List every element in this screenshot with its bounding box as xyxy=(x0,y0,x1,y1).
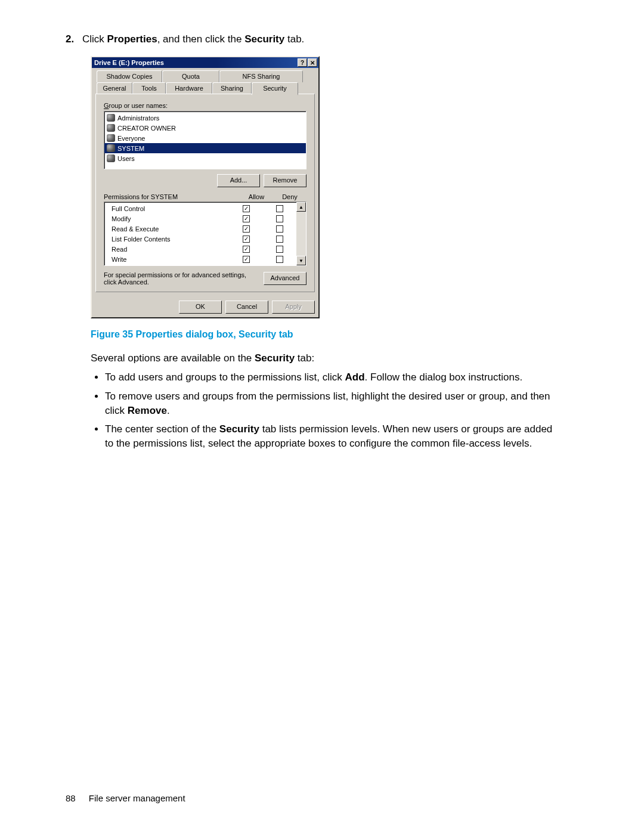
tab-tools[interactable]: Tools xyxy=(132,82,166,94)
step-number: 2. xyxy=(66,33,82,45)
tab-hardware[interactable]: Hardware xyxy=(166,82,212,94)
scroll-down-icon[interactable]: ▼ xyxy=(296,256,306,265)
ok-button[interactable]: OK xyxy=(179,301,222,314)
perm-row: Write✓ xyxy=(112,254,296,264)
list-item: To add users and groups to the permissio… xyxy=(105,370,558,385)
remove-button[interactable]: Remove xyxy=(264,174,306,187)
allow-checkbox[interactable]: ✓ xyxy=(243,246,250,253)
security-panel: GGroup or user names:roup or user names:… xyxy=(95,94,315,292)
perm-row: Read✓ xyxy=(112,244,296,254)
list-item: Users xyxy=(104,153,306,163)
properties-dialog: Drive E (E:) Properties ? ✕ Shadow Copie… xyxy=(91,56,320,318)
allow-checkbox[interactable]: ✓ xyxy=(243,215,250,222)
help-icon[interactable]: ? xyxy=(298,58,307,67)
permissions-box: Full Control✓ Modify✓ Read & Execute✓ Li… xyxy=(104,202,306,266)
deny-header: Deny xyxy=(273,193,306,200)
titlebar: Drive E (E:) Properties ? ✕ xyxy=(92,57,318,68)
allow-header: Allow xyxy=(240,193,273,200)
allow-checkbox[interactable]: ✓ xyxy=(243,205,250,212)
allow-checkbox[interactable]: ✓ xyxy=(243,236,250,243)
list-item: To remove users and groups from the perm… xyxy=(105,389,558,418)
deny-checkbox[interactable] xyxy=(276,236,283,243)
tab-general[interactable]: General xyxy=(97,82,132,94)
group-icon xyxy=(107,134,115,142)
tab-shadow-copies[interactable]: Shadow Copies xyxy=(97,70,162,82)
window-title: Drive E (E:) Properties xyxy=(94,59,164,66)
group-icon xyxy=(107,154,115,162)
group-icon xyxy=(107,144,115,152)
perm-row: Full Control✓ xyxy=(112,203,296,213)
bullet-list: To add users and groups to the permissio… xyxy=(91,370,578,451)
section-title: File server management xyxy=(89,793,185,803)
perm-row: List Folder Contents✓ xyxy=(112,234,296,244)
page-footer: 88 File server management xyxy=(66,793,185,803)
intro-paragraph: Several options are available on the Sec… xyxy=(91,352,578,366)
dialog-screenshot: Drive E (E:) Properties ? ✕ Shadow Copie… xyxy=(91,56,578,318)
group-listbox[interactable]: Administrators CREATOR OWNER Everyone SY… xyxy=(104,111,306,169)
perm-row: Modify✓ xyxy=(112,213,296,224)
group-icon xyxy=(107,124,115,132)
group-names-label: GGroup or user names:roup or user names: xyxy=(104,102,306,109)
step-line: 2. Click Properties, and then click the … xyxy=(66,33,578,45)
list-item: CREATOR OWNER xyxy=(104,123,306,133)
apply-button[interactable]: Apply xyxy=(272,301,315,314)
advanced-button[interactable]: Advanced xyxy=(264,272,306,285)
list-item: Administrators xyxy=(104,113,306,123)
list-item: Everyone xyxy=(104,133,306,143)
list-item: The center section of the Security tab l… xyxy=(105,422,558,451)
scrollbar[interactable]: ▲ ▼ xyxy=(296,202,306,265)
deny-checkbox[interactable] xyxy=(276,246,283,253)
allow-checkbox[interactable]: ✓ xyxy=(243,256,250,263)
deny-checkbox[interactable] xyxy=(276,215,283,222)
advanced-text: For special permissions or for advanced … xyxy=(104,271,259,286)
list-item-selected: SYSTEM xyxy=(104,143,306,153)
allow-checkbox[interactable]: ✓ xyxy=(243,225,250,233)
cancel-button[interactable]: Cancel xyxy=(225,301,268,314)
tab-nfs-sharing[interactable]: NFS Sharing xyxy=(219,70,303,82)
add-button[interactable]: Add... xyxy=(217,174,260,187)
step-text: Click Properties, and then click the Sec… xyxy=(82,33,304,45)
deny-checkbox[interactable] xyxy=(276,225,283,233)
page-number: 88 xyxy=(66,793,76,803)
tab-quota[interactable]: Quota xyxy=(162,70,219,82)
figure-caption: Figure 35 Properties dialog box, Securit… xyxy=(91,329,578,340)
deny-checkbox[interactable] xyxy=(276,256,283,263)
deny-checkbox[interactable] xyxy=(276,205,283,212)
tab-sharing[interactable]: Sharing xyxy=(212,82,252,94)
tab-security[interactable]: Security xyxy=(252,82,298,95)
scroll-up-icon[interactable]: ▲ xyxy=(296,202,306,212)
permissions-label: Permissions for SYSTEM xyxy=(104,193,240,200)
group-icon xyxy=(107,114,115,122)
close-icon[interactable]: ✕ xyxy=(308,58,317,67)
tab-strip: Shadow Copies Quota NFS Sharing General … xyxy=(95,70,315,94)
perm-row: Read & Execute✓ xyxy=(112,224,296,234)
